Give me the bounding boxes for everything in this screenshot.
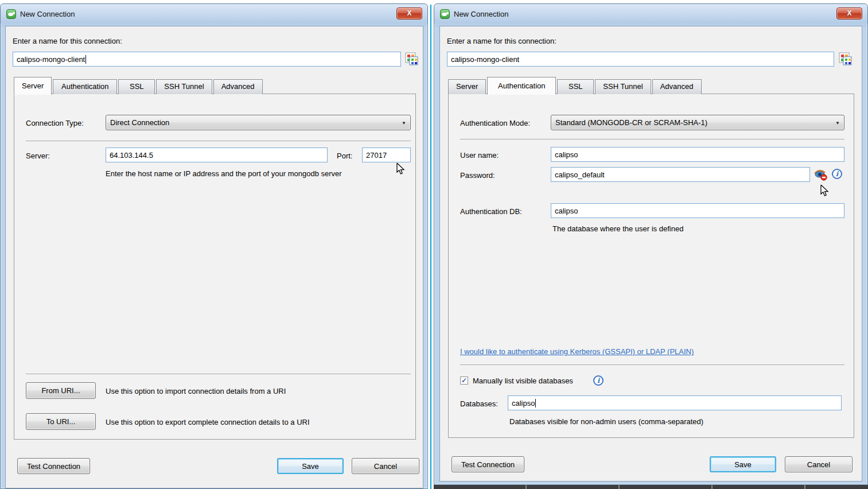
new-connection-dialog-right: New Connection X Enter a name for this c… <box>434 3 868 485</box>
tab-authentication[interactable]: Authentication <box>487 77 556 95</box>
password-info-icon[interactable]: i <box>832 169 842 179</box>
password-input[interactable]: calipso_default <box>551 167 810 182</box>
desktop: New Connection X Enter a name for this c… <box>0 0 868 489</box>
tab-bar: Server Authentication SSL SSH Tunnel Adv… <box>448 76 702 94</box>
server-input[interactable]: 64.103.144.5 <box>106 148 328 162</box>
auth-db-input[interactable]: calipso <box>551 203 844 218</box>
server-value: 64.103.144.5 <box>110 151 153 160</box>
connection-name-input[interactable]: calipso-mongo-client <box>13 52 401 67</box>
text-caret <box>85 55 86 64</box>
databases-value: calipso <box>512 399 535 408</box>
authentication-tab-panel: Authentication Mode: Standard (MONGODB-C… <box>448 94 854 438</box>
databases-help-text: Databases visible for non-admin users (c… <box>509 417 703 426</box>
mouse-cursor <box>396 163 407 177</box>
connection-type-value: Direct Connection <box>110 118 169 127</box>
to-uri-help-text: Use this option to export complete conne… <box>106 418 310 426</box>
mouse-cursor <box>820 185 831 199</box>
port-label: Port: <box>337 152 352 160</box>
chevron-down-icon: ▼ <box>402 121 406 126</box>
titlebar[interactable]: New Connection <box>1 4 427 24</box>
connection-name-label: Enter a name for this connection: <box>13 37 122 45</box>
cancel-button[interactable]: Cancel <box>785 456 853 472</box>
test-connection-button[interactable]: Test Connection <box>451 456 524 472</box>
server-label: Server: <box>26 152 50 160</box>
tab-authentication[interactable]: Authentication <box>53 79 117 94</box>
close-icon[interactable]: X <box>396 7 422 20</box>
auth-mode-label: Authentication Mode: <box>460 119 530 127</box>
separator <box>26 374 411 374</box>
connection-type-select[interactable]: Direct Connection ▼ <box>106 115 411 130</box>
password-value: calipso_default <box>555 170 605 179</box>
kerberos-ldap-link[interactable]: I would like to authenticate using Kerbe… <box>460 347 694 356</box>
tab-server[interactable]: Server <box>448 79 486 94</box>
separator <box>460 139 844 139</box>
window-title: New Connection <box>454 10 508 18</box>
background-window-edge <box>430 5 431 489</box>
tab-advanced[interactable]: Advanced <box>213 79 263 94</box>
new-connection-dialog-left: New Connection X Enter a name for this c… <box>0 3 428 489</box>
tab-ssh-tunnel[interactable]: SSH Tunnel <box>156 79 212 94</box>
manual-list-checkbox[interactable]: ✓ <box>460 377 468 385</box>
connection-type-label: Connection Type: <box>26 119 84 127</box>
chevron-down-icon: ▼ <box>835 121 840 126</box>
username-label: User name: <box>460 151 499 160</box>
connection-name-label: Enter a name for this connection: <box>447 37 556 45</box>
separator <box>460 364 844 365</box>
save-button[interactable]: Save <box>710 456 776 472</box>
connection-name-value: calipso-mongo-client <box>17 55 85 64</box>
auth-mode-select[interactable]: Standard (MONGODB-CR or SCRAM-SHA-1) ▼ <box>551 115 844 130</box>
manual-list-info-icon[interactable]: i <box>593 375 604 386</box>
titlebar[interactable]: New Connection <box>434 4 867 24</box>
connection-name-value: calipso-mongo-client <box>451 55 519 64</box>
dialog-body: Enter a name for this connection: calips… <box>439 26 862 482</box>
tab-ssl[interactable]: SSL <box>557 79 594 94</box>
save-button[interactable]: Save <box>277 458 344 474</box>
separator <box>26 141 411 141</box>
test-connection-button[interactable]: Test Connection <box>17 458 90 474</box>
auth-mode-value: Standard (MONGODB-CR or SCRAM-SHA-1) <box>555 118 707 127</box>
connection-color-picker-icon[interactable] <box>404 52 419 67</box>
connection-name-input[interactable]: calipso-mongo-client <box>447 52 834 67</box>
connection-color-picker-icon[interactable] <box>838 52 853 67</box>
window-title: New Connection <box>20 10 75 18</box>
dialog-body: Enter a name for this connection: calips… <box>5 26 423 488</box>
auth-db-help-text: The database where the user is defined <box>552 224 683 233</box>
auth-db-value: calipso <box>555 207 578 215</box>
tab-bar: Server Authentication SSL SSH Tunnel Adv… <box>14 76 263 94</box>
username-input[interactable]: calipso <box>551 147 844 162</box>
from-uri-button[interactable]: From URI... <box>26 382 96 399</box>
robomongo-app-icon <box>440 9 450 19</box>
tab-advanced[interactable]: Advanced <box>652 79 702 94</box>
port-input[interactable]: 27017 <box>362 148 411 162</box>
robomongo-app-icon <box>6 9 16 19</box>
password-label: Password: <box>460 171 495 180</box>
tab-ssl[interactable]: SSL <box>118 79 155 94</box>
username-value: calipso <box>555 150 578 159</box>
to-uri-button[interactable]: To URI... <box>26 413 96 430</box>
manual-list-label: Manually list visible databases <box>473 377 573 385</box>
server-help-text: Enter the host name or IP address and th… <box>106 169 342 178</box>
auth-db-label: Authentication DB: <box>460 207 522 216</box>
tab-server[interactable]: Server <box>14 77 52 95</box>
tab-ssh-tunnel[interactable]: SSH Tunnel <box>595 79 651 94</box>
databases-input[interactable]: calipso <box>508 395 842 410</box>
databases-label: Databases: <box>460 399 498 408</box>
text-caret <box>535 399 536 408</box>
server-tab-panel: Connection Type: Direct Connection ▼ Ser… <box>14 94 416 440</box>
from-uri-help-text: Use this option to import connection det… <box>106 387 286 395</box>
port-value: 27017 <box>366 151 387 160</box>
cancel-button[interactable]: Cancel <box>352 458 419 474</box>
reveal-password-icon[interactable] <box>813 168 828 183</box>
close-icon[interactable]: X <box>836 7 862 20</box>
